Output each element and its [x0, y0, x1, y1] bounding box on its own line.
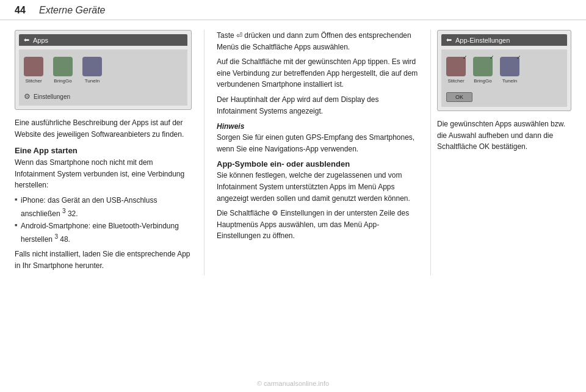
apps-mock-screen: ⬅ Apps Stitcher BringGo TuneIn [15, 30, 192, 110]
mock-app-icon-box-bringgo [53, 57, 73, 76]
mock-appsettings-icons-row: Stitcher BringGo TuneIn [446, 54, 562, 86]
center-para2: Auf die Schaltfläche mit der gewünschten… [217, 56, 418, 90]
mock-apps-icons-row: Stitcher BringGo TuneIn [24, 54, 183, 86]
mock-appsettings-bar-label: App-Einstellungen [455, 37, 510, 44]
mock-app-bringgo: BringGo [53, 57, 73, 84]
mock-check-label-tunein: TuneIn [502, 78, 518, 84]
mock-app-label-bringgo: BringGo [54, 78, 71, 84]
section-start-app-heading: Eine App starten [15, 146, 192, 155]
mock-app-tunein: TuneIn [82, 57, 102, 84]
bullet-android: Android-Smartphone: eine Bluetooth-Verbi… [15, 220, 192, 245]
mock-settings-label: Einstellungen [34, 93, 70, 100]
mock-app-label-tunein: TuneIn [85, 78, 100, 84]
center-intro: Taste ⏎ drücken und dann zum Öffnen des … [217, 30, 418, 53]
mock-check-label-stitcher: Stitcher [447, 78, 464, 84]
mock-appsettings-bringgo: BringGo [473, 57, 493, 84]
mock-apps-bar-label: Apps [33, 37, 48, 44]
mock-check-icon-stitcher [446, 57, 466, 76]
mock-apps-content: Stitcher BringGo TuneIn ⚙ Einstellungen [19, 49, 187, 106]
mock-check-icon-bringgo [473, 57, 493, 76]
mock-app-label-stitcher: Stitcher [25, 78, 42, 84]
mock-appsettings-content: Stitcher BringGo TuneIn OK [441, 49, 567, 107]
section-app-symbols-heading: App-Symbole ein- oder ausblenden [217, 159, 418, 169]
center-column: Taste ⏎ drücken und dann zum Öffnen des … [204, 30, 431, 275]
mock-apps-bar: ⬅ Apps [19, 34, 187, 46]
page-header: 44 Externe Geräte [0, 0, 586, 20]
mock-back-icon-right: ⬅ [446, 36, 452, 44]
watermark: © carmanualsonline.info [0, 377, 586, 390]
section-app-symbols-text1: Sie können festlegen, welche der zugelas… [217, 170, 418, 204]
bullet-iphone-text: iPhone: das Gerät an den USB-Anschluss a… [21, 196, 157, 218]
center-para3: Der Hauptinhalt der App wird auf dem Dis… [217, 94, 418, 117]
mock-back-icon-left: ⬅ [24, 36, 29, 44]
main-content: ⬅ Apps Stitcher BringGo TuneIn [0, 20, 586, 285]
page-title: Externe Geräte [39, 5, 106, 16]
mock-check-label-bringgo: BringGo [474, 78, 491, 84]
mock-appsettings-tunein: TuneIn [500, 57, 519, 84]
mock-app-icon-box-tunein [82, 57, 102, 76]
mock-settings-icon: ⚙ [24, 92, 31, 101]
right-description: Die gewünschten Apps auswählen bzw. die … [437, 118, 571, 153]
app-settings-mock-screen: ⬅ App-Einstellungen Stitcher BringGo Tu [437, 30, 571, 111]
mock-app-icon-box-stitcher [24, 57, 43, 76]
hint-label: Hinweis [217, 122, 244, 131]
mock-settings-row: ⚙ Einstellungen [24, 92, 183, 101]
left-column: ⬅ Apps Stitcher BringGo TuneIn [15, 30, 204, 275]
mock-app-stitcher: Stitcher [24, 57, 43, 84]
section-start-app-text: Wenn das Smartphone noch nicht mit dem I… [15, 157, 192, 191]
section-app-symbols-text2: Die Schaltfläche ⚙ Einstellungen in der … [217, 208, 418, 242]
mock-ok-button[interactable]: OK [446, 92, 472, 102]
left-description: Eine ausführliche Beschreibung der Apps … [15, 117, 192, 140]
mock-appsettings-bar: ⬅ App-Einstellungen [441, 34, 567, 46]
page-number: 44 [15, 5, 39, 16]
mock-check-icon-tunein [500, 57, 519, 76]
right-column: ⬅ App-Einstellungen Stitcher BringGo Tu [431, 30, 571, 275]
hint-text: Sorgen Sie für einen guten GPS-Empfang d… [217, 132, 418, 154]
mock-appsettings-stitcher: Stitcher [446, 57, 466, 84]
bullet-android-text: Android-Smartphone: eine Bluetooth-Verbi… [21, 222, 179, 244]
fallback-text: Falls nicht installiert, laden Sie die e… [15, 249, 192, 271]
bullet-iphone: iPhone: das Gerät an den USB-Anschluss a… [15, 195, 192, 219]
